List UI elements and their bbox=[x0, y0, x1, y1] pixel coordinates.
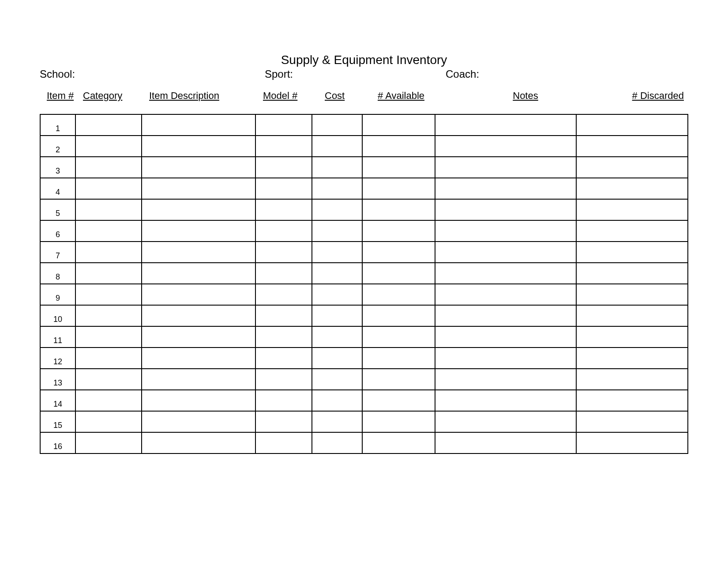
table-row: 12 bbox=[40, 348, 688, 369]
row-number: 10 bbox=[40, 305, 75, 326]
row-number: 7 bbox=[40, 242, 75, 263]
table-row: 16 bbox=[40, 432, 688, 453]
header-category: Category bbox=[83, 90, 149, 102]
cell-cost bbox=[312, 369, 362, 390]
row-number: 13 bbox=[40, 369, 75, 390]
cell-discarded bbox=[576, 263, 688, 284]
cell-available bbox=[362, 305, 435, 326]
cell-cost bbox=[312, 348, 362, 369]
cell-model bbox=[255, 136, 312, 157]
cell-category bbox=[75, 263, 142, 284]
cell-discarded bbox=[576, 220, 688, 242]
cell-discarded bbox=[576, 369, 688, 390]
cell-notes bbox=[435, 157, 576, 178]
cell-cost bbox=[312, 178, 362, 199]
cell-category bbox=[75, 157, 142, 178]
table-row: 15 bbox=[40, 411, 688, 432]
cell-category bbox=[75, 242, 142, 263]
cell-category bbox=[75, 390, 142, 411]
cell-category bbox=[75, 326, 142, 348]
cell-category bbox=[75, 220, 142, 242]
table-row: 8 bbox=[40, 263, 688, 284]
header-cost: Cost bbox=[325, 90, 378, 102]
cell-discarded bbox=[576, 199, 688, 220]
cell-available bbox=[362, 136, 435, 157]
cell-model bbox=[255, 178, 312, 199]
sport-label: Sport: bbox=[265, 68, 446, 80]
cell-notes bbox=[435, 136, 576, 157]
cell-cost bbox=[312, 157, 362, 178]
cell-category bbox=[75, 178, 142, 199]
page-title: Supply & Equipment Inventory bbox=[40, 53, 688, 67]
cell-available bbox=[362, 220, 435, 242]
cell-description bbox=[142, 390, 255, 411]
row-number: 1 bbox=[40, 114, 75, 136]
cell-description bbox=[142, 178, 255, 199]
cell-discarded bbox=[576, 432, 688, 453]
cell-model bbox=[255, 220, 312, 242]
cell-discarded bbox=[576, 390, 688, 411]
cell-notes bbox=[435, 284, 576, 305]
row-number: 5 bbox=[40, 199, 75, 220]
cell-notes bbox=[435, 220, 576, 242]
cell-category bbox=[75, 369, 142, 390]
cell-model bbox=[255, 348, 312, 369]
cell-notes bbox=[435, 305, 576, 326]
inventory-table: 12345678910111213141516 bbox=[40, 114, 688, 454]
cell-notes bbox=[435, 114, 576, 136]
cell-description bbox=[142, 114, 255, 136]
row-number: 3 bbox=[40, 157, 75, 178]
cell-notes bbox=[435, 178, 576, 199]
cell-description bbox=[142, 157, 255, 178]
table-row: 10 bbox=[40, 305, 688, 326]
table-row: 5 bbox=[40, 199, 688, 220]
table-row: 7 bbox=[40, 242, 688, 263]
cell-available bbox=[362, 326, 435, 348]
cell-description bbox=[142, 263, 255, 284]
row-number: 11 bbox=[40, 326, 75, 348]
cell-cost bbox=[312, 199, 362, 220]
cell-discarded bbox=[576, 114, 688, 136]
cell-available bbox=[362, 432, 435, 453]
cell-description bbox=[142, 326, 255, 348]
cell-description bbox=[142, 348, 255, 369]
table-row: 11 bbox=[40, 326, 688, 348]
cell-cost bbox=[312, 220, 362, 242]
cell-cost bbox=[312, 432, 362, 453]
cell-category bbox=[75, 348, 142, 369]
header-available: # Available bbox=[378, 90, 455, 102]
cell-description bbox=[142, 284, 255, 305]
row-number: 14 bbox=[40, 390, 75, 411]
cell-category bbox=[75, 284, 142, 305]
row-number: 9 bbox=[40, 284, 75, 305]
cell-model bbox=[255, 263, 312, 284]
cell-available bbox=[362, 390, 435, 411]
cell-description bbox=[142, 220, 255, 242]
table-row: 1 bbox=[40, 114, 688, 136]
row-number: 15 bbox=[40, 411, 75, 432]
cell-available bbox=[362, 178, 435, 199]
cell-discarded bbox=[576, 411, 688, 432]
cell-discarded bbox=[576, 305, 688, 326]
cell-category bbox=[75, 305, 142, 326]
cell-available bbox=[362, 263, 435, 284]
cell-cost bbox=[312, 242, 362, 263]
cell-model bbox=[255, 157, 312, 178]
cell-notes bbox=[435, 326, 576, 348]
row-number: 6 bbox=[40, 220, 75, 242]
cell-description bbox=[142, 432, 255, 453]
cell-category bbox=[75, 199, 142, 220]
cell-cost bbox=[312, 326, 362, 348]
row-number: 16 bbox=[40, 432, 75, 453]
cell-model bbox=[255, 390, 312, 411]
cell-category bbox=[75, 136, 142, 157]
cell-notes bbox=[435, 348, 576, 369]
cell-cost bbox=[312, 136, 362, 157]
table-row: 3 bbox=[40, 157, 688, 178]
cell-description bbox=[142, 242, 255, 263]
cell-notes bbox=[435, 432, 576, 453]
column-headers: Item # Category Item Description Model #… bbox=[40, 90, 688, 102]
table-row: 13 bbox=[40, 369, 688, 390]
table-row: 9 bbox=[40, 284, 688, 305]
cell-notes bbox=[435, 263, 576, 284]
